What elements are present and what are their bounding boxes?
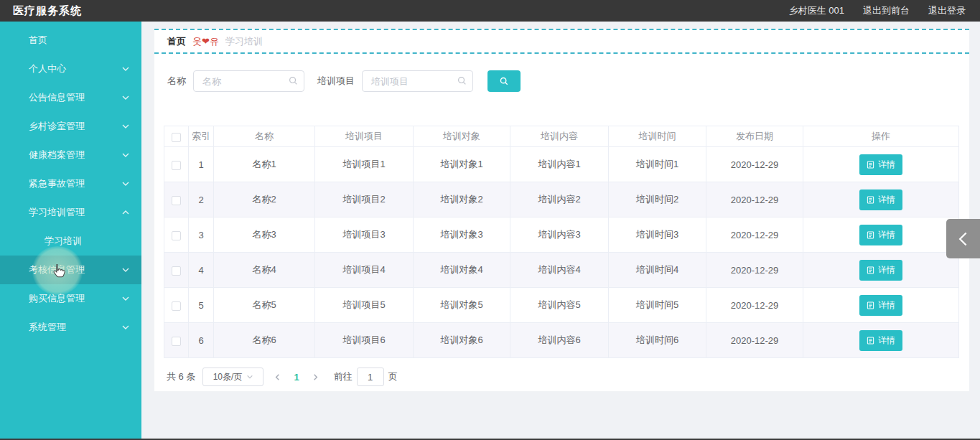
table-row: 3 名称3 培训项目3 培训对象3 培训内容3 培训时间3 2020-12-29… xyxy=(164,217,959,253)
current-user: 乡村医生 001 xyxy=(789,4,844,17)
chevron-left-icon xyxy=(274,373,281,381)
next-page-button[interactable] xyxy=(309,370,322,383)
goto-page-input[interactable] xyxy=(357,368,384,386)
breadcrumb-separator-icon: 웃❤유 xyxy=(192,35,219,48)
table-row: 6 名称6 培训项目6 培训对象6 培训内容6 培训时间6 2020-12-29… xyxy=(164,323,959,358)
select-all-checkbox[interactable] xyxy=(172,133,181,142)
row-checkbox[interactable] xyxy=(172,161,181,170)
chevron-down-icon xyxy=(246,373,253,380)
chevron-down-icon xyxy=(121,179,130,188)
chevron-down-icon xyxy=(121,294,130,303)
row-checkbox[interactable] xyxy=(172,266,181,276)
document-icon xyxy=(867,196,874,204)
col-date: 发布日期 xyxy=(706,126,803,147)
sidebar-item-emergency-mgmt[interactable]: 紧急事故管理 xyxy=(0,169,141,198)
exit-to-front-link[interactable]: 退出到前台 xyxy=(863,4,910,17)
search-icon xyxy=(457,75,467,86)
sidebar-item-assessment-mgmt[interactable]: 考核信息管理 xyxy=(0,256,141,284)
sidebar-item-training-mgmt[interactable]: 学习培训管理 xyxy=(0,198,141,227)
sidebar-nav: 首页 个人中心 公告信息管理 乡村诊室管理 健康档案管理 紧急事故管理 学习培训… xyxy=(0,22,141,440)
col-index: 索引 xyxy=(189,126,214,147)
table-row: 1 名称1 培训项目1 培训对象1 培训内容1 培训时间1 2020-12-29… xyxy=(164,147,959,182)
breadcrumb-home[interactable]: 首页 xyxy=(167,35,186,48)
table-row: 5 名称5 培训项目5 培训对象5 培训内容5 培训时间5 2020-12-29… xyxy=(164,288,959,323)
document-icon xyxy=(867,337,874,345)
project-label: 培训项目 xyxy=(317,75,355,88)
search-form: 名称 培训项目 xyxy=(167,70,969,92)
sidebar-item-health-record-mgmt[interactable]: 健康档案管理 xyxy=(0,141,141,169)
search-icon xyxy=(288,75,299,86)
total-count: 共 6 条 xyxy=(167,370,195,383)
row-checkbox[interactable] xyxy=(172,231,181,240)
detail-button[interactable]: 详情 xyxy=(859,225,902,245)
col-op: 操作 xyxy=(803,126,959,147)
chevron-down-icon xyxy=(121,151,130,159)
page-size-select[interactable]: 10条/页 xyxy=(202,368,263,386)
sidebar-item-village-clinic-mgmt[interactable]: 乡村诊室管理 xyxy=(0,112,141,141)
detail-button[interactable]: 详情 xyxy=(859,295,902,316)
document-icon xyxy=(867,301,874,309)
sidebar-subitem-training[interactable]: 学习培训 xyxy=(0,227,141,256)
main-content: 首页 웃❤유 学习培训 名称 培训项目 xyxy=(141,22,980,440)
col-project: 培训项目 xyxy=(315,126,414,147)
document-icon xyxy=(867,266,874,274)
chevron-down-icon xyxy=(121,122,130,131)
table-header-row: 索引 名称 培训项目 培训对象 培训内容 培训时间 发布日期 操作 xyxy=(164,126,959,147)
logout-link[interactable]: 退出登录 xyxy=(928,4,966,17)
chevron-right-icon xyxy=(312,373,319,381)
col-content: 培训内容 xyxy=(510,126,609,147)
chevron-down-icon xyxy=(121,93,130,102)
breadcrumb: 首页 웃❤유 学习培训 xyxy=(154,29,969,54)
sidebar-item-purchase-mgmt[interactable]: 购买信息管理 xyxy=(0,284,141,313)
col-time: 培训时间 xyxy=(609,126,706,147)
chevron-down-icon xyxy=(121,65,130,73)
detail-button[interactable]: 详情 xyxy=(859,189,902,210)
search-button[interactable] xyxy=(487,70,521,92)
top-header: 医疗服务系统 乡村医生 001 退出到前台 退出登录 xyxy=(0,0,980,22)
detail-button[interactable]: 详情 xyxy=(859,330,902,351)
pagination: 共 6 条 10条/页 1 前往 页 xyxy=(167,368,969,386)
detail-button[interactable]: 详情 xyxy=(859,154,902,175)
document-icon xyxy=(867,231,874,239)
chevron-up-icon xyxy=(121,208,130,217)
document-icon xyxy=(867,161,874,169)
current-page[interactable]: 1 xyxy=(291,372,302,383)
row-checkbox[interactable] xyxy=(172,337,181,346)
sidebar-item-personal-center[interactable]: 个人中心 xyxy=(0,55,141,83)
row-checkbox[interactable] xyxy=(172,301,181,311)
breadcrumb-current: 学习培训 xyxy=(225,35,263,48)
col-target: 培训对象 xyxy=(414,126,510,147)
col-name: 名称 xyxy=(214,126,315,147)
row-checkbox[interactable] xyxy=(172,196,181,205)
app-title: 医疗服务系统 xyxy=(0,4,82,18)
chevron-down-icon xyxy=(121,266,130,274)
sidebar-item-announcement-mgmt[interactable]: 公告信息管理 xyxy=(0,83,141,112)
chevron-down-icon xyxy=(121,323,130,332)
chevron-left-icon xyxy=(957,231,970,247)
prev-page-button[interactable] xyxy=(271,370,284,383)
page-unit-label: 页 xyxy=(388,370,398,383)
table-row: 4 名称4 培训项目4 培训对象4 培训内容4 培训时间4 2020-12-29… xyxy=(164,253,959,288)
detail-button[interactable]: 详情 xyxy=(859,260,902,281)
panel-collapse-toggle[interactable] xyxy=(946,219,980,258)
name-label: 名称 xyxy=(167,75,186,88)
search-icon xyxy=(499,76,509,86)
goto-label: 前往 xyxy=(334,370,353,383)
table-row: 2 名称2 培训项目2 培训对象2 培训内容2 培训时间2 2020-12-29… xyxy=(164,182,959,217)
content-card: 首页 웃❤유 学习培训 名称 培训项目 xyxy=(154,29,969,391)
sidebar-item-system-mgmt[interactable]: 系统管理 xyxy=(0,313,141,342)
sidebar-item-home[interactable]: 首页 xyxy=(0,26,141,55)
training-table: 索引 名称 培训项目 培训对象 培训内容 培训时间 发布日期 操作 1 名称1 … xyxy=(164,126,959,358)
